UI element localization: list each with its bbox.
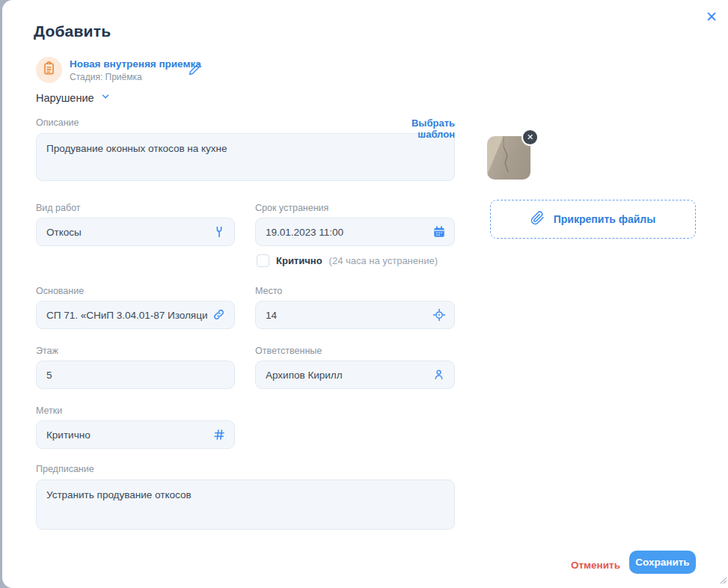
critical-hint: (24 часа на устранение) xyxy=(329,255,438,266)
clipboard-icon xyxy=(42,61,56,79)
choose-template-link[interactable]: Выбрать шаблон xyxy=(374,117,455,140)
hash-icon[interactable] xyxy=(212,428,226,441)
basis-input[interactable] xyxy=(36,301,235,329)
location-crosshair-icon[interactable] xyxy=(432,308,446,322)
work-type-field: Вид работ xyxy=(36,203,235,246)
dialog-title: Добавить xyxy=(34,22,111,40)
entity-name-link[interactable]: Новая внутреняя приемка xyxy=(70,58,201,70)
tags-input[interactable] xyxy=(36,420,235,449)
prescription-label: Предписание xyxy=(36,464,455,474)
attach-files-label: Прикрепить файлы xyxy=(554,213,655,225)
floor-label: Этаж xyxy=(36,346,235,356)
category-label: Нарушение xyxy=(36,92,94,104)
place-label: Место xyxy=(255,286,455,296)
basis-field: Основание xyxy=(36,286,235,329)
work-type-label: Вид работ xyxy=(36,203,235,213)
description-input[interactable]: Продувание оконных откосов на кухне xyxy=(36,133,455,181)
basis-label: Основание xyxy=(36,286,235,296)
attach-files-button[interactable]: Прикрепить файлы xyxy=(490,200,696,239)
category-selector[interactable]: Нарушение xyxy=(36,91,111,105)
deadline-field: Срок устранения xyxy=(255,203,455,246)
edit-icon[interactable] xyxy=(189,63,201,79)
person-icon[interactable] xyxy=(432,368,446,382)
link-icon[interactable] xyxy=(212,308,226,322)
responsible-field: Ответственные xyxy=(255,346,455,389)
critical-checkbox[interactable] xyxy=(257,254,269,267)
chevron-down-icon xyxy=(100,91,111,105)
floor-field: Этаж xyxy=(36,346,235,389)
work-type-input[interactable] xyxy=(36,218,235,246)
responsible-label: Ответственные xyxy=(255,346,455,356)
attachment-thumbnail[interactable]: ✕ xyxy=(487,136,530,180)
close-icon[interactable]: ✕ xyxy=(703,8,721,26)
add-dialog: Добавить ✕ Новая внутреняя приемка Стади… xyxy=(2,0,728,588)
remove-attachment-icon[interactable]: ✕ xyxy=(521,129,539,146)
critical-checkbox-row[interactable]: Критично (24 часа на устранение) xyxy=(257,254,438,267)
place-input[interactable] xyxy=(255,301,455,329)
wrench-icon[interactable] xyxy=(212,225,226,239)
entity-stage: Стадия: Приёмка xyxy=(70,72,142,82)
prescription-input[interactable]: Устранить продувание откосов xyxy=(36,480,455,530)
calendar-icon[interactable] xyxy=(432,225,446,239)
tags-label: Метки xyxy=(36,405,235,416)
prescription-field: Предписание Устранить продувание откосов xyxy=(36,464,455,530)
save-button[interactable]: Сохранить xyxy=(629,551,696,574)
entity-avatar xyxy=(36,57,62,83)
deadline-label: Срок устранения xyxy=(255,203,455,213)
critical-label: Критично xyxy=(276,255,322,266)
responsible-input[interactable] xyxy=(255,361,455,389)
resize-handle[interactable] xyxy=(718,574,727,583)
tags-field: Метки xyxy=(36,405,235,449)
place-field: Место xyxy=(255,286,455,329)
deadline-input[interactable] xyxy=(255,218,455,246)
floor-input[interactable] xyxy=(36,361,235,389)
cancel-button[interactable]: Отменить xyxy=(565,555,626,575)
paperclip-icon xyxy=(530,211,545,228)
